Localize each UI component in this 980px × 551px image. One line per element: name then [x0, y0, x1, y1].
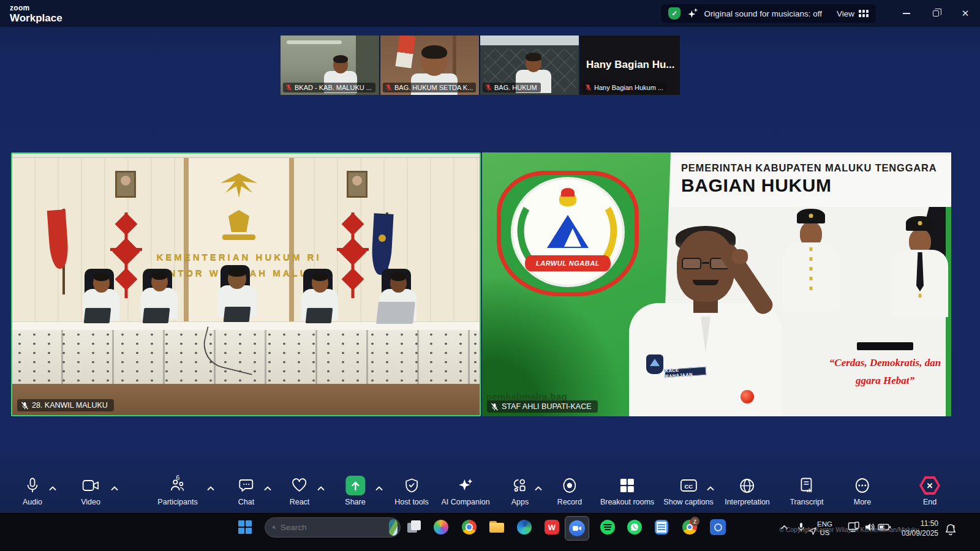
record-button[interactable]: Record [557, 476, 582, 506]
security-shield-icon[interactable] [668, 7, 680, 20]
language-indicator[interactable]: ENG US [817, 520, 832, 538]
mic-muted-icon [491, 403, 499, 411]
mic-muted-icon [285, 84, 292, 91]
taskbar-search[interactable] [265, 517, 401, 538]
tray-cast-icon[interactable] [845, 519, 862, 536]
apps-options-chevron[interactable] [535, 482, 542, 493]
zoom-app-icon-active[interactable] [565, 516, 589, 541]
zoom-workplace-logo: zoom Workplace [10, 4, 62, 23]
zoom-meeting-window: zoom Workplace Original sound for musici… [0, 0, 980, 551]
gallery-view-icon [859, 10, 869, 17]
video-name-badge: 28. KANWIL MALUKU [17, 399, 114, 411]
chat-button[interactable]: Chat [238, 476, 254, 506]
participants-button[interactable]: 6 Participants [157, 476, 197, 506]
notification-bell-icon[interactable]: z [942, 521, 959, 538]
show-captions-button[interactable]: CC Show captions [663, 476, 713, 506]
participant-name-badge: BKAD - KAB. MALUKU ... [283, 83, 375, 92]
filmstrip-tile-bag-hukum[interactable]: BAG. HUKUM [480, 36, 580, 95]
transcript-button[interactable]: Transcript [790, 476, 823, 506]
more-button[interactable]: More [854, 476, 871, 506]
banner-line2: BAGIAN HUKUM [681, 175, 951, 196]
participant-name-badge: BAG. HUKUM SETDA K... [383, 83, 476, 92]
clock-date: 03/09/2025 [889, 529, 938, 539]
chrome-profile-icon[interactable]: Z [681, 519, 698, 536]
window-controls: ✕ [892, 0, 980, 27]
speaker-kace: KACE RAHAJAAN [629, 226, 782, 416]
filmstrip-tile-hany[interactable]: Hany Bagian Hu... Hany Bagian Hukum ... [580, 36, 680, 95]
search-icon [273, 523, 276, 532]
maximize-button[interactable] [921, 0, 951, 27]
official-photo-right [889, 216, 951, 317]
meeting-toolbar: Audio Video 6 Participants [0, 469, 980, 513]
file-explorer-icon[interactable] [488, 519, 505, 536]
react-button[interactable]: React [290, 476, 310, 506]
apps-button[interactable]: Apps [511, 476, 529, 506]
svg-text:z: z [953, 524, 956, 528]
audio-options-chevron[interactable] [49, 482, 56, 493]
participants-options-chevron[interactable] [207, 482, 214, 493]
laptop [376, 302, 415, 324]
host-tools-button[interactable]: Host tools [394, 476, 429, 506]
search-input[interactable] [281, 523, 389, 532]
copilot-icon[interactable] [432, 519, 450, 536]
spotify-icon[interactable] [599, 519, 616, 536]
filmstrip-tile-bkad[interactable]: BKAD - KAB. MALUKU ... [281, 36, 380, 95]
windows-taskbar: W [0, 513, 980, 551]
chat-icon [238, 478, 254, 493]
mic-muted-icon [585, 84, 592, 91]
video-button[interactable]: Video [81, 476, 100, 506]
video-options-chevron[interactable] [111, 482, 118, 493]
laptop [224, 307, 251, 322]
emblem-banner-text: LARWUL NGABAL [525, 255, 611, 271]
close-button[interactable]: ✕ [951, 0, 980, 27]
larwul-ngabal-emblem: LARWUL NGABAL [497, 171, 639, 296]
wps-office-icon[interactable]: W [543, 519, 560, 536]
share-button[interactable]: Share [345, 476, 365, 506]
filmstrip-tile-bag-hukum-setda[interactable]: BAG. HUKUM SETDA K... [380, 36, 480, 95]
transcript-icon [800, 478, 813, 493]
garuda-emblem [218, 170, 260, 201]
end-button[interactable]: ✕ End [919, 476, 940, 506]
ai-companion-button[interactable]: AI Companion [441, 476, 489, 506]
red-lanyard-pin [741, 390, 754, 403]
participant-filmstrip: BKAD - KAB. MALUKU ... BAG. HUKUM SETDA … [281, 36, 680, 95]
red-flag [48, 209, 80, 294]
webcam-app-icon[interactable] [709, 519, 726, 536]
ai-sparkle-icon[interactable] [687, 8, 698, 19]
tray-show-hidden-chevron[interactable] [775, 519, 793, 536]
minimize-button[interactable] [892, 0, 921, 27]
share-options-chevron[interactable] [375, 482, 383, 493]
captions-icon: CC [680, 479, 697, 492]
react-options-chevron[interactable] [317, 482, 325, 493]
task-view-icon[interactable] [405, 519, 423, 536]
main-video-staf-ahli[interactable]: LARWUL NGABAL pemkabmalra.bag PEMERINTAH… [482, 152, 951, 416]
chat-options-chevron[interactable] [264, 482, 271, 493]
view-button[interactable]: View [837, 9, 869, 18]
red-carving-ornament-right [337, 212, 369, 298]
taskbar-clock[interactable]: 11:50 03/09/2025 [889, 519, 938, 538]
original-sound-status[interactable]: Original sound for musicians: off [704, 9, 822, 18]
mic-muted-icon [385, 84, 392, 91]
shield-icon [405, 478, 418, 493]
globe-icon [739, 478, 755, 493]
chrome-icon[interactable] [461, 519, 478, 536]
audio-button[interactable]: Audio [23, 476, 42, 506]
whatsapp-icon[interactable] [626, 519, 643, 536]
banner-line1: PEMERINTAH KABUPATEN MALUKU TENGGARA [681, 162, 951, 174]
interpretation-button[interactable]: Interpretation [725, 476, 770, 506]
apps-icon [512, 478, 528, 493]
edge-icon[interactable] [516, 519, 533, 536]
title-bar: zoom Workplace Original sound for musici… [0, 0, 980, 27]
start-button[interactable] [236, 519, 254, 536]
main-video-kanwil-maluku[interactable]: KEMENTERIAN HUKUM RI KANTOR WILAYAH MALU… [11, 152, 481, 416]
laptop [84, 308, 111, 323]
wall-text-line1: KEMENTERIAN HUKUM RI [129, 252, 349, 262]
mic-muted-icon [21, 402, 29, 410]
notes-app-icon[interactable] [653, 519, 670, 536]
captions-options-chevron[interactable] [707, 482, 714, 493]
participant-name-badge: BAG. HUKUM [483, 83, 541, 92]
logo-zoom-text: zoom [10, 4, 62, 12]
breakout-rooms-button[interactable]: Breakout rooms [600, 476, 654, 506]
red-quote-text: “Cerdas, Demokratis, dan ggara Hebat” [824, 354, 946, 390]
participant-display-name: Hany Bagian Hu... [586, 59, 675, 71]
